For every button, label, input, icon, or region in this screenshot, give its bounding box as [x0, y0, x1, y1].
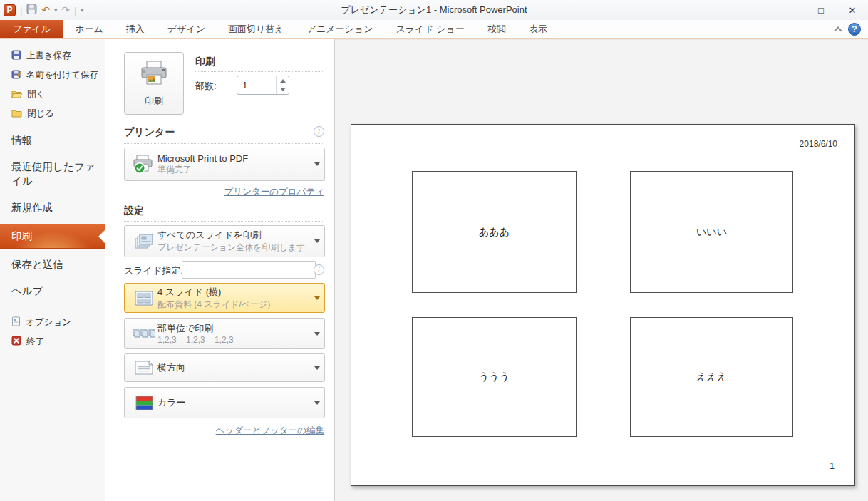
print-range-info: すべてのスライドを印刷 プレゼンテーション全体を印刷します — [157, 229, 311, 254]
tab-file[interactable]: ファイル — [0, 20, 63, 38]
sidebar-item-close[interactable]: 閉じる — [0, 104, 105, 123]
selected-item-notch — [98, 230, 105, 243]
redo-icon[interactable]: ↷ — [61, 5, 70, 15]
preview-date: 2018/6/10 — [800, 139, 837, 149]
sidebar-item-label: 終了 — [26, 336, 44, 348]
handout-layout-dropdown[interactable]: 4 スライド (横) 配布資料 (4 スライド/ページ) — [124, 283, 325, 313]
orientation-dropdown[interactable]: 横方向 — [124, 353, 325, 382]
printer-select-dropdown[interactable]: Microsoft Print to PDF 準備完了 — [124, 148, 325, 181]
help-icon[interactable]: ? — [848, 23, 861, 36]
ribbon-tab-bar: ファイル ホーム 挿入 デザイン 画面切り替え アニメーション スライド ショー… — [0, 20, 868, 39]
customize-qat-icon[interactable]: ▾ — [81, 7, 83, 14]
tab-insert[interactable]: 挿入 — [115, 20, 156, 38]
orientation-info: 横方向 — [157, 361, 311, 374]
color-mode-dropdown[interactable]: カラー — [124, 387, 325, 418]
save-as-icon — [11, 69, 21, 81]
printer-ready-icon — [130, 155, 157, 175]
sidebar-item-info[interactable]: 情報 — [0, 128, 105, 154]
sidebar-item-label: 名前を付けて保存 — [26, 69, 98, 81]
printer-section-heading: プリンター — [124, 126, 175, 139]
color-icon — [130, 396, 157, 410]
printer-properties-link[interactable]: プリンターのプロパティ — [224, 186, 324, 198]
sidebar-item-exit[interactable]: 終了 — [0, 332, 105, 351]
sidebar-item-recent[interactable]: 最近使用したファイル — [0, 154, 105, 195]
sidebar-item-label: 開く — [27, 88, 45, 100]
sidebar-item-open[interactable]: 開く — [0, 85, 105, 104]
sidebar-item-save[interactable]: 上書き保存 — [0, 46, 105, 66]
separator: | — [74, 5, 76, 16]
maximize-button[interactable]: □ — [805, 0, 837, 20]
dropdown-arrow-icon — [314, 401, 320, 405]
preview-slide-2: いいい — [630, 171, 793, 293]
tab-transitions[interactable]: 画面切り替え — [217, 20, 296, 38]
preview-slide-3: ううう — [412, 317, 577, 437]
print-section-heading: 印刷 — [195, 56, 215, 68]
save-icon[interactable] — [26, 4, 37, 17]
color-mode-info: カラー — [157, 396, 311, 409]
sidebar-item-options[interactable]: オプション — [0, 313, 105, 332]
quick-access-toolbar: P | ↶ ▾ ↷ | ▾ — [0, 0, 83, 20]
preview-page-number: 1 — [830, 461, 835, 471]
printer-icon — [139, 60, 169, 91]
printer-info-icon[interactable]: i — [314, 126, 324, 137]
tab-home[interactable]: ホーム — [63, 20, 115, 38]
open-folder-icon — [11, 89, 22, 100]
print-preview-area: 2018/6/10 あああ いいい ううう えええ 1 — [335, 39, 868, 501]
dropdown-arrow-icon — [314, 162, 320, 166]
section-divider — [124, 143, 324, 144]
save-icon — [11, 50, 21, 62]
down-arrow-icon — [280, 88, 286, 91]
collation-dropdown[interactable]: 部単位で印刷 1,2,3 1,2,3 1,2,3 — [124, 318, 325, 349]
print-button[interactable]: 印刷 — [124, 52, 184, 115]
collation-subtitle: 1,2,3 1,2,3 1,2,3 — [157, 335, 311, 345]
preview-slide-4: えええ — [630, 317, 793, 437]
sidebar-item-print[interactable]: 印刷 — [0, 224, 105, 249]
landscape-page-icon — [130, 361, 157, 375]
settings-section-heading: 設定 — [124, 205, 144, 217]
sidebar-item-save-send[interactable]: 保存と送信 — [0, 252, 105, 278]
backstage-view: 上書き保存 名前を付けて保存 開く 閉じる 情報 最近使用したファイル 新規作成… — [0, 39, 868, 501]
powerpoint-logo-icon[interactable]: P — [4, 4, 16, 16]
powerpoint-window: P | ↶ ▾ ↷ | ▾ プレゼンテーション1 - Microsoft Pow… — [0, 0, 868, 501]
print-range-dropdown[interactable]: すべてのスライドを印刷 プレゼンテーション全体を印刷します — [124, 225, 325, 257]
slide-range-info-icon[interactable]: i — [314, 264, 324, 275]
orientation-title: 横方向 — [157, 361, 311, 374]
slide-range-label: スライド指定: — [124, 264, 183, 277]
copies-stepper — [237, 76, 289, 95]
slide-range-input[interactable] — [182, 261, 316, 279]
handout-layout-info: 4 スライド (横) 配布資料 (4 スライド/ページ) — [157, 286, 311, 311]
tab-view[interactable]: 表示 — [517, 20, 559, 38]
copies-input[interactable] — [237, 76, 276, 94]
sidebar-item-new[interactable]: 新規作成 — [0, 195, 105, 221]
sidebar-item-label: 閉じる — [27, 108, 54, 120]
collation-info: 部単位で印刷 1,2,3 1,2,3 1,2,3 — [157, 322, 311, 345]
ribbon-right-controls: ? — [835, 20, 861, 38]
closed-folder-icon — [11, 108, 22, 120]
printer-info: Microsoft Print to PDF 準備完了 — [157, 153, 311, 176]
printer-name: Microsoft Print to PDF — [157, 153, 311, 164]
header-footer-link[interactable]: ヘッダーとフッターの編集 — [216, 425, 324, 437]
dropdown-arrow-icon — [314, 239, 320, 243]
spinner-up-button[interactable] — [277, 76, 289, 86]
tab-animations[interactable]: アニメーション — [296, 20, 385, 38]
collapse-ribbon-icon[interactable] — [834, 26, 842, 34]
section-divider — [195, 71, 324, 72]
close-button[interactable]: ✕ — [837, 0, 868, 20]
undo-dropdown-icon[interactable]: ▾ — [54, 7, 57, 14]
sidebar-spacer — [0, 304, 105, 313]
spinner-down-button[interactable] — [277, 86, 289, 95]
minimize-button[interactable]: — — [774, 0, 805, 20]
tab-design[interactable]: デザイン — [156, 20, 217, 38]
tab-review[interactable]: 校閲 — [476, 20, 517, 38]
exit-icon — [11, 336, 21, 348]
dropdown-arrow-icon — [314, 296, 320, 300]
copies-label: 部数: — [195, 80, 217, 93]
four-slides-grid-icon — [130, 291, 157, 306]
sidebar-item-save-as[interactable]: 名前を付けて保存 — [0, 66, 105, 85]
spinner-buttons — [276, 76, 289, 94]
print-range-subtitle: プレゼンテーション全体を印刷します — [157, 242, 311, 254]
undo-icon[interactable]: ↶ — [41, 5, 50, 15]
sidebar-item-help[interactable]: ヘルプ — [0, 278, 105, 304]
tab-slideshow[interactable]: スライド ショー — [384, 20, 475, 38]
options-icon — [11, 316, 21, 329]
